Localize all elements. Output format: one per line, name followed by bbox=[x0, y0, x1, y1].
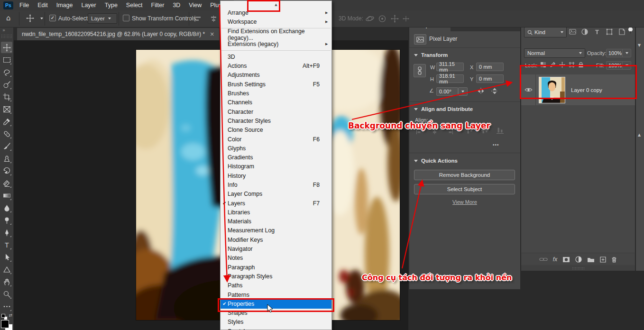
filter-adjustment-layers-icon[interactable] bbox=[579, 27, 590, 37]
delete-layer-icon[interactable] bbox=[611, 257, 617, 263]
lock-position-icon[interactable] bbox=[559, 62, 565, 68]
3d-orbit-icon[interactable] bbox=[365, 15, 375, 23]
move-tool-preset-icon[interactable] bbox=[26, 14, 34, 22]
menu-item-notes[interactable]: Notes bbox=[221, 254, 331, 263]
lasso-tool[interactable] bbox=[1, 66, 12, 78]
fill-dropdown[interactable] bbox=[622, 61, 631, 70]
menu-item-layers[interactable]: ✔LayersF7 bbox=[221, 199, 331, 208]
menubar-item-select[interactable]: Select bbox=[122, 0, 147, 10]
lock-artboard-icon[interactable] bbox=[569, 62, 575, 68]
menu-item-histogram[interactable]: Histogram bbox=[221, 162, 331, 171]
collapsed-dock-rail[interactable]: ▼ ▲ bbox=[636, 7, 644, 271]
collapse-section-icon[interactable] bbox=[414, 108, 418, 110]
3d-roll-icon[interactable] bbox=[378, 15, 386, 23]
menubar-item-view[interactable]: View bbox=[184, 0, 206, 10]
type-tool[interactable]: T bbox=[1, 239, 12, 250]
menu-item-libraries[interactable]: Libraries bbox=[221, 208, 331, 217]
menu-item-styles[interactable]: Styles bbox=[221, 318, 331, 327]
rotation-dropdown[interactable] bbox=[458, 87, 468, 96]
gradient-tool[interactable] bbox=[1, 190, 12, 201]
menubar-item-filter[interactable]: Filter bbox=[147, 0, 169, 10]
layer-thumbnail[interactable] bbox=[539, 77, 565, 103]
menu-item-properties[interactable]: ✔Properties bbox=[221, 299, 331, 308]
link-dimensions-icon[interactable] bbox=[414, 64, 426, 77]
toolbar-grip[interactable] bbox=[1, 34, 12, 38]
default-colors-icon[interactable] bbox=[1, 314, 5, 318]
blend-mode-dropdown[interactable]: Normal bbox=[524, 48, 585, 58]
filter-kind-dropdown[interactable]: Kind bbox=[524, 27, 567, 37]
menu-item-3d[interactable]: 3D bbox=[221, 52, 331, 61]
align-left-edges-icon[interactable] bbox=[194, 16, 202, 22]
double-arrow-icon[interactable]: » bbox=[2, 28, 5, 33]
menu-item-actions[interactable]: ActionsAlt+F9 bbox=[221, 61, 331, 70]
menu-item-character-styles[interactable]: Character Styles bbox=[221, 116, 331, 125]
crop-tool[interactable] bbox=[1, 91, 12, 102]
menu-item-adjustments[interactable]: Adjustments bbox=[221, 71, 331, 80]
more-options-icon[interactable]: ••• bbox=[493, 142, 499, 147]
auto-select-checkbox[interactable]: ✓ bbox=[49, 15, 56, 21]
menu-item-patterns[interactable]: Patterns bbox=[221, 290, 331, 299]
photoshop-logo[interactable]: Ps bbox=[3, 1, 13, 9]
filter-shape-layers-icon[interactable] bbox=[604, 27, 615, 37]
home-icon[interactable]: ⌂ bbox=[6, 14, 11, 22]
auto-select-target-dropdown[interactable]: Layer bbox=[88, 13, 117, 24]
link-layers-icon[interactable] bbox=[539, 257, 548, 262]
clone-stamp-tool[interactable] bbox=[1, 153, 12, 164]
menu-item-history[interactable]: History bbox=[221, 171, 331, 180]
menu-item-find-extensions-on-exchange-legacy[interactable]: Find Extensions on Exchange (legacy)... bbox=[221, 30, 331, 39]
foreground-color-swatch[interactable] bbox=[1, 320, 9, 328]
align-right-edges-icon[interactable] bbox=[446, 127, 453, 134]
rectangular-marquee-tool[interactable] bbox=[1, 54, 12, 65]
align-top-edges-icon[interactable] bbox=[466, 127, 473, 134]
menubar-item-image[interactable]: Image bbox=[52, 0, 77, 10]
x-field[interactable]: 0 mm bbox=[476, 63, 504, 71]
frame-tool[interactable] bbox=[1, 103, 12, 115]
spot-healing-brush-tool[interactable] bbox=[1, 128, 12, 139]
add-layer-mask-icon[interactable] bbox=[562, 257, 570, 263]
edit-toolbar[interactable] bbox=[1, 301, 12, 312]
show-transform-controls-checkbox[interactable] bbox=[123, 15, 129, 21]
align-left-edges-icon[interactable] bbox=[416, 127, 423, 134]
align-vertical-centers-icon[interactable] bbox=[481, 127, 488, 134]
menu-item-paragraph-styles[interactable]: Paragraph Styles bbox=[221, 272, 331, 281]
y-field[interactable]: 0 mm bbox=[476, 74, 504, 83]
menu-scroll-up-icon[interactable]: ▲ bbox=[221, 1, 331, 8]
path-selection-tool[interactable] bbox=[1, 251, 12, 263]
flip-horizontal-icon[interactable] bbox=[477, 88, 485, 94]
menu-item-paths[interactable]: Paths bbox=[221, 281, 331, 290]
menu-item-modifier-keys[interactable]: Modifier Keys bbox=[221, 235, 331, 244]
align-horizontal-centers-icon[interactable] bbox=[431, 127, 438, 134]
filter-pixel-layers-icon[interactable] bbox=[567, 27, 578, 37]
menu-item-measurement-log[interactable]: Measurement Log bbox=[221, 226, 331, 235]
align-bottom-edges-icon[interactable] bbox=[497, 127, 504, 134]
collapse-section-icon[interactable] bbox=[414, 54, 418, 56]
menu-item-clone-source[interactable]: Clone Source bbox=[221, 126, 331, 135]
layer-row[interactable]: Layer 0 copy bbox=[521, 74, 635, 105]
shape-tool[interactable] bbox=[1, 264, 12, 275]
menu-item-extensions-legacy[interactable]: Extensions (legacy)▶ bbox=[221, 39, 331, 48]
eyedropper-tool[interactable] bbox=[1, 116, 12, 127]
layer-visibility-toggle[interactable] bbox=[521, 74, 536, 105]
menu-item-paragraph[interactable]: Paragraph bbox=[221, 263, 331, 272]
menu-item-brush-settings[interactable]: Brush SettingsF5 bbox=[221, 80, 331, 89]
menu-item-character[interactable]: Character bbox=[221, 107, 331, 116]
menubar-item-layer[interactable]: Layer bbox=[77, 0, 100, 10]
menu-item-workspace[interactable]: Workspace▶ bbox=[221, 17, 331, 26]
menu-item-materials[interactable]: Materials bbox=[221, 217, 331, 226]
menu-item-swatches[interactable]: Swatches bbox=[221, 327, 331, 330]
eraser-tool[interactable] bbox=[1, 177, 12, 189]
3d-pan-icon[interactable] bbox=[391, 15, 399, 23]
document-tab[interactable]: nwdn_file_temp_1608220954216.jpg @ 62.8%… bbox=[17, 28, 219, 40]
move-tool[interactable] bbox=[1, 42, 12, 53]
height-field[interactable]: 318.91 mm bbox=[436, 74, 464, 83]
blur-tool[interactable] bbox=[1, 202, 12, 213]
layer-effects-icon[interactable]: fx bbox=[553, 256, 557, 263]
history-brush-tool[interactable] bbox=[1, 165, 12, 176]
menu-item-color[interactable]: ColorF6 bbox=[221, 135, 331, 144]
filter-toggle-pin-icon[interactable] bbox=[628, 27, 633, 34]
lock-transparency-icon[interactable] bbox=[540, 62, 546, 68]
chevron-down-icon[interactable] bbox=[40, 18, 43, 19]
zoom-tool[interactable] bbox=[1, 288, 12, 300]
menubar-item-file[interactable]: File bbox=[15, 0, 33, 10]
menu-item-brushes[interactable]: Brushes bbox=[221, 89, 331, 98]
